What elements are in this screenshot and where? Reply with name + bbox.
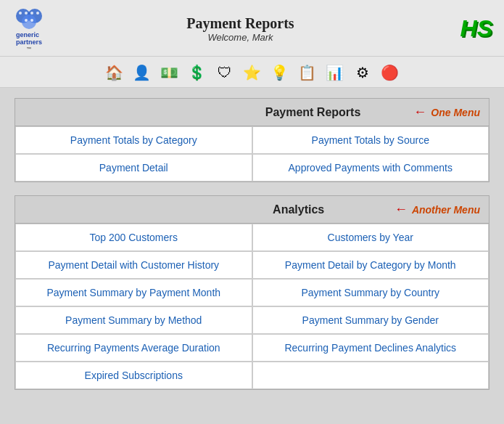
link-customers-by-year[interactable]: Customers by Year — [252, 224, 489, 251]
link-top-200-customers[interactable]: Top 200 Customers — [15, 224, 252, 251]
link-payment-summary-gender[interactable]: Payment Summary by Gender — [252, 306, 489, 334]
coin-icon[interactable]: 💲 — [187, 62, 207, 83]
svg-point-6 — [36, 12, 39, 15]
link-expired-subscriptions[interactable]: Expired Subscriptions — [15, 362, 252, 389]
dollar-icon[interactable]: 💵 — [160, 62, 180, 83]
svg-point-3 — [19, 12, 22, 15]
hs-logo: HS — [434, 15, 492, 42]
link-payment-detail-customer-history[interactable]: Payment Detail with Customer History — [15, 251, 252, 279]
analytics-menu: Analytics ← Another Menu Top 200 Custome… — [15, 195, 489, 390]
svg-point-2 — [22, 15, 36, 29]
document-icon[interactable]: 📋 — [297, 62, 318, 83]
logo-text: genericpartners — [16, 32, 42, 46]
payment-reports-header: Payment Reports ← One Menu — [15, 99, 489, 126]
nav-bar: 🏠 👤 💵 💲 🛡 ⭐ 💡 📋 📊 ⚙ 🔴 — [0, 57, 504, 88]
svg-point-7 — [25, 19, 28, 22]
link-recurring-avg-duration[interactable]: Recurring Payments Average Duration — [15, 334, 252, 362]
analytics-arrow: ← — [394, 202, 408, 217]
link-payment-totals-category[interactable]: Payment Totals by Category — [15, 126, 252, 154]
link-payment-summary-method[interactable]: Payment Summary by Method — [15, 306, 252, 334]
content: Payment Reports ← One Menu Payment Total… — [0, 88, 504, 413]
link-recurring-declines[interactable]: Recurring Payment Declines Analytics — [252, 334, 489, 362]
link-payment-detail-category-month[interactable]: Payment Detail by Category by Month — [252, 251, 489, 279]
link-payment-summary-month[interactable]: Payment Summary by Payment Month — [15, 279, 252, 306]
svg-point-8 — [30, 19, 33, 22]
star-icon[interactable]: ⭐ — [242, 62, 263, 83]
analytics-label: Another Menu — [412, 204, 480, 216]
analytics-title: Analytics — [207, 203, 389, 216]
page-title: Payment Reports — [46, 15, 434, 32]
header: genericpartners ™ Payment Reports Welcom… — [0, 0, 504, 57]
link-approved-payments[interactable]: Approved Payments with Comments — [252, 154, 489, 182]
analytics-header: Analytics ← Another Menu — [15, 196, 489, 224]
payment-reports-arrow: ← — [413, 105, 426, 120]
lightbulb-icon[interactable]: 💡 — [270, 62, 290, 83]
empty-cell — [252, 362, 489, 389]
link-payment-detail[interactable]: Payment Detail — [15, 154, 252, 182]
gear-icon[interactable]: ⚙ — [352, 62, 373, 83]
payment-reports-grid: Payment Totals by Category Payment Total… — [15, 126, 489, 182]
payment-reports-label: One Menu — [431, 107, 480, 118]
payment-reports-menu: Payment Reports ← One Menu Payment Total… — [15, 98, 489, 182]
payment-reports-title: Payment Reports — [217, 106, 410, 119]
svg-point-4 — [25, 12, 28, 15]
power-icon[interactable]: 🔴 — [380, 62, 400, 83]
home-icon[interactable]: 🏠 — [104, 62, 125, 83]
chart-icon[interactable]: 📊 — [325, 62, 345, 83]
logo-section: genericpartners ™ — [12, 6, 46, 52]
logo-tm: ™ — [27, 46, 32, 52]
shield-icon[interactable]: 🛡 — [215, 62, 235, 83]
user-icon[interactable]: 👤 — [132, 62, 152, 83]
welcome-text: Welcome, Mark — [46, 32, 434, 43]
analytics-grid: Top 200 Customers Customers by Year Paym… — [15, 224, 489, 389]
link-payment-totals-source[interactable]: Payment Totals by Source — [252, 126, 489, 154]
svg-point-5 — [30, 12, 33, 15]
header-center: Payment Reports Welcome, Mark — [46, 15, 434, 43]
hs-logo-text: HS — [460, 15, 492, 42]
generic-partners-logo: genericpartners ™ — [12, 6, 46, 52]
link-payment-summary-country[interactable]: Payment Summary by Country — [252, 279, 489, 306]
